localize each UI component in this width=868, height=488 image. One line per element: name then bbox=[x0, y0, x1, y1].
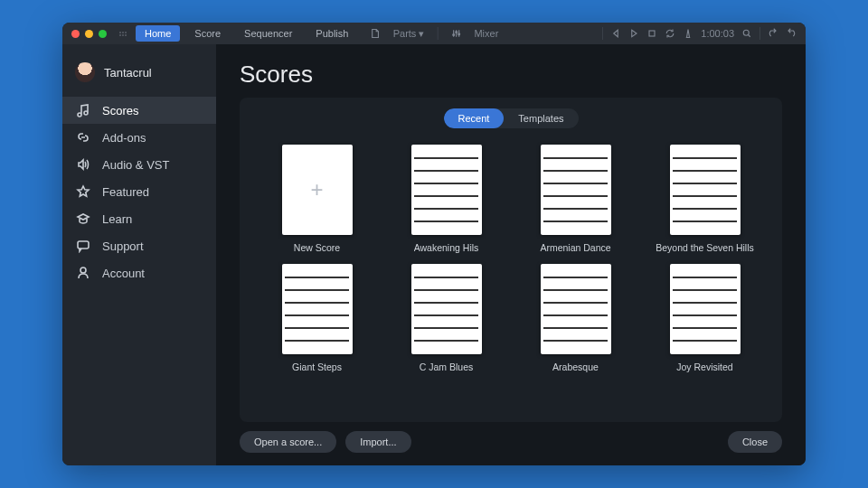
body: Tantacrul Scores Add-ons Audio & VST Fe bbox=[62, 44, 806, 465]
play-icon[interactable] bbox=[628, 28, 639, 39]
undo-icon[interactable] bbox=[768, 28, 778, 39]
link-icon bbox=[75, 129, 91, 145]
score-card[interactable]: Giant Steps bbox=[263, 264, 371, 372]
score-card-label: Joy Revisited bbox=[676, 361, 732, 372]
stop-icon[interactable] bbox=[646, 28, 657, 39]
profile[interactable]: Tantacrul bbox=[62, 55, 216, 89]
sidebar-item-scores[interactable]: Scores bbox=[62, 97, 216, 124]
mixer-icon bbox=[450, 28, 461, 39]
zoom-icon[interactable] bbox=[741, 28, 752, 39]
score-card-label: New Score bbox=[294, 242, 340, 253]
sidebar-item-learn[interactable]: Learn bbox=[62, 205, 216, 232]
sidebar-item-featured[interactable]: Featured bbox=[62, 178, 216, 205]
tab-templates[interactable]: Templates bbox=[504, 108, 578, 128]
score-card[interactable]: C Jam Blues bbox=[392, 264, 500, 372]
music-icon bbox=[75, 102, 91, 118]
footer: Open a score... Import... Close bbox=[240, 431, 782, 453]
score-card-label: Armenian Dance bbox=[540, 242, 610, 253]
drag-handle-icon[interactable] bbox=[119, 32, 127, 36]
speaker-icon bbox=[75, 156, 91, 173]
score-card[interactable]: Beyond the Seven Hills bbox=[651, 145, 759, 253]
loop-icon[interactable] bbox=[665, 28, 675, 39]
app-window: Home Score Sequencer Publish Parts ▾ Mix… bbox=[62, 23, 806, 465]
sidebar-item-label: Add-ons bbox=[102, 131, 146, 145]
close-button[interactable]: Close bbox=[728, 431, 782, 453]
username: Tantacrul bbox=[104, 66, 152, 80]
redo-icon[interactable] bbox=[786, 28, 797, 39]
sidebar-item-support[interactable]: Support bbox=[62, 232, 216, 259]
sidebar-item-label: Account bbox=[102, 267, 145, 280]
score-thumb bbox=[670, 264, 741, 354]
score-thumb bbox=[670, 145, 741, 235]
score-card-label: Giant Steps bbox=[292, 361, 342, 372]
user-icon bbox=[75, 265, 91, 281]
star-icon bbox=[75, 183, 91, 200]
top-tab-home[interactable]: Home bbox=[136, 25, 180, 42]
plus-icon: + bbox=[282, 145, 353, 235]
rewind-icon[interactable] bbox=[610, 28, 621, 39]
score-card-label: Beyond the Seven Hills bbox=[656, 242, 754, 253]
cap-icon bbox=[75, 211, 91, 227]
timecode-display: 1:00:03 bbox=[701, 28, 734, 39]
top-tab-sequencer[interactable]: Sequencer bbox=[235, 25, 301, 42]
score-card[interactable]: Awakening Hils bbox=[392, 145, 500, 253]
avatar bbox=[75, 62, 95, 82]
main: Scores Recent Templates + New Score Awak… bbox=[216, 44, 806, 465]
window-maximize-button[interactable] bbox=[99, 30, 107, 38]
sidebar-item-addons[interactable]: Add-ons bbox=[62, 124, 216, 151]
score-thumb bbox=[411, 145, 482, 235]
top-tab-publish[interactable]: Publish bbox=[307, 25, 357, 42]
toolbar-right: 1:00:03 bbox=[602, 27, 797, 40]
top-tabs: Home Score Sequencer Publish bbox=[136, 25, 357, 42]
score-card[interactable]: Arabesque bbox=[522, 264, 629, 372]
document-icon bbox=[370, 28, 381, 39]
sidebar-item-label: Featured bbox=[102, 185, 149, 199]
score-card[interactable]: Armenian Dance bbox=[522, 145, 629, 253]
sidebar-nav: Scores Add-ons Audio & VST Featured Lear… bbox=[62, 97, 216, 286]
score-card[interactable]: Joy Revisited bbox=[651, 264, 759, 372]
score-card-label: Arabesque bbox=[552, 361, 599, 372]
sidebar-item-label: Scores bbox=[102, 104, 138, 117]
chat-icon bbox=[75, 238, 91, 254]
page-title: Scores bbox=[240, 61, 782, 89]
scores-panel: Recent Templates + New Score Awakening H… bbox=[240, 98, 782, 422]
svg-point-4 bbox=[743, 30, 749, 35]
sidebar-item-audio[interactable]: Audio & VST bbox=[62, 151, 216, 178]
window-controls bbox=[71, 30, 107, 38]
sidebar-item-account[interactable]: Account bbox=[62, 259, 216, 286]
toolbar-center: Parts ▾ Mixer bbox=[370, 27, 499, 40]
svg-rect-5 bbox=[78, 241, 89, 249]
window-minimize-button[interactable] bbox=[85, 30, 93, 38]
parts-button[interactable]: Parts ▾ bbox=[393, 28, 425, 40]
top-tab-score[interactable]: Score bbox=[185, 25, 230, 42]
sidebar-item-label: Support bbox=[102, 239, 144, 253]
score-card-new[interactable]: + New Score bbox=[263, 145, 371, 253]
sidebar-item-label: Audio & VST bbox=[102, 158, 169, 172]
score-thumb bbox=[541, 264, 611, 354]
score-thumb bbox=[411, 264, 482, 354]
titlebar: Home Score Sequencer Publish Parts ▾ Mix… bbox=[62, 23, 806, 44]
open-score-button[interactable]: Open a score... bbox=[240, 431, 336, 453]
window-close-button[interactable] bbox=[71, 30, 80, 38]
tab-recent[interactable]: Recent bbox=[444, 108, 505, 128]
score-thumb bbox=[541, 145, 611, 235]
scores-grid: + New Score Awakening Hils Armenian Danc… bbox=[254, 141, 768, 376]
mixer-button[interactable]: Mixer bbox=[474, 28, 498, 39]
svg-point-6 bbox=[80, 267, 86, 273]
sidebar: Tantacrul Scores Add-ons Audio & VST Fe bbox=[62, 44, 216, 465]
score-card-label: C Jam Blues bbox=[420, 361, 474, 372]
import-button[interactable]: Import... bbox=[345, 431, 410, 453]
svg-rect-3 bbox=[649, 31, 655, 36]
score-thumb bbox=[282, 264, 353, 354]
panel-tabs: Recent Templates bbox=[444, 108, 579, 128]
sidebar-item-label: Learn bbox=[102, 212, 132, 226]
score-card-label: Awakening Hils bbox=[414, 242, 479, 253]
metronome-icon[interactable] bbox=[683, 28, 693, 39]
separator bbox=[437, 27, 438, 40]
